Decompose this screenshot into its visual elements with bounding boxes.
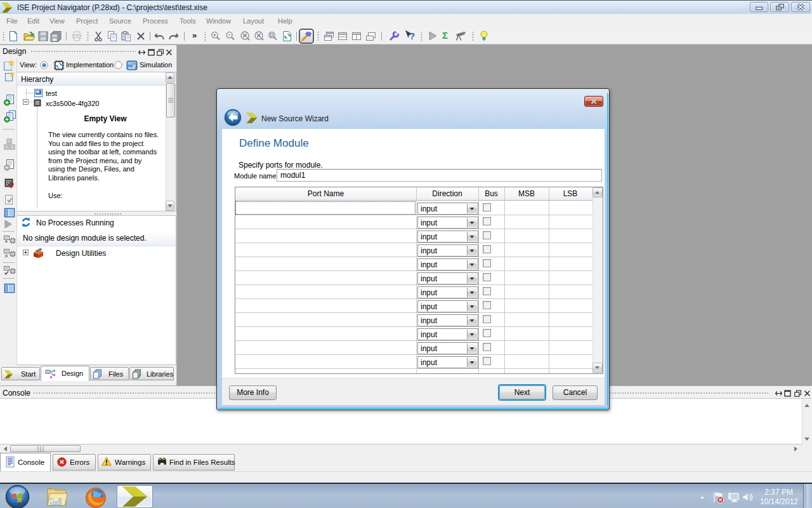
svg-text:?: ? <box>409 30 415 41</box>
svg-text:iSim: iSim <box>128 66 136 70</box>
